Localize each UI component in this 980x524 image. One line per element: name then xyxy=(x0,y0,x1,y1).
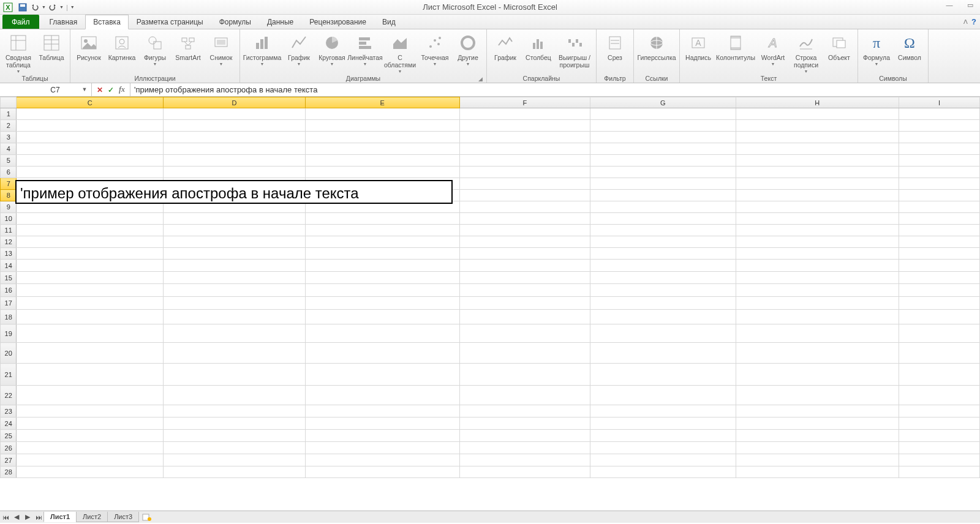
cell-E26[interactable] xyxy=(305,442,459,454)
hyperlink-button[interactable]: Гиперссылка xyxy=(638,32,676,61)
symbol-button[interactable]: ΩСимвол xyxy=(895,32,924,61)
equation-button[interactable]: πФормула▼ xyxy=(862,32,891,66)
cell-F22[interactable] xyxy=(459,386,590,405)
sheet-nav-next-icon[interactable]: ▶ xyxy=(23,512,32,522)
slicer-button[interactable]: Срез xyxy=(600,32,630,61)
sheet-nav-first-icon[interactable]: ⏮ xyxy=(1,512,10,522)
cell-H12[interactable] xyxy=(736,236,899,248)
cell-C18[interactable] xyxy=(17,310,164,324)
cell-I22[interactable] xyxy=(899,386,979,405)
cell-D14[interactable] xyxy=(164,260,306,272)
cell-C13[interactable] xyxy=(17,248,164,260)
cell-G17[interactable] xyxy=(590,297,736,310)
row-header-22[interactable]: 22 xyxy=(1,386,17,405)
cell-H23[interactable] xyxy=(736,405,899,417)
row-header-2[interactable]: 2 xyxy=(1,120,17,132)
cell-D6[interactable] xyxy=(164,167,306,178)
cell-C5[interactable] xyxy=(17,155,164,167)
cell-D2[interactable] xyxy=(164,120,306,132)
screenshot-button[interactable]: Снимок▼ xyxy=(206,32,236,66)
insert-function-icon[interactable]: fx xyxy=(118,85,126,94)
cell-H7[interactable] xyxy=(736,178,899,190)
cell-I8[interactable] xyxy=(899,190,979,201)
signature-line-button[interactable]: Строка подписи▼ xyxy=(791,32,821,73)
cell-H3[interactable] xyxy=(736,132,899,143)
other-charts-button[interactable]: Другие▼ xyxy=(453,32,483,66)
cell-C28[interactable] xyxy=(17,466,164,478)
cell-E3[interactable] xyxy=(305,132,459,143)
cell-F6[interactable] xyxy=(459,167,590,178)
cell-D20[interactable] xyxy=(164,343,306,364)
cell-F19[interactable] xyxy=(459,324,590,343)
tab-view[interactable]: Вид xyxy=(374,15,404,29)
cancel-edit-icon[interactable]: ✕ xyxy=(96,86,104,94)
insert-sheet-icon[interactable] xyxy=(141,513,153,522)
cell-E4[interactable] xyxy=(305,143,459,155)
column-header-E[interactable]: E xyxy=(305,97,459,108)
cell-E1[interactable] xyxy=(305,108,459,120)
cell-H22[interactable] xyxy=(736,386,899,405)
cell-H5[interactable] xyxy=(736,155,899,167)
cell-C1[interactable] xyxy=(17,108,164,120)
undo-dropdown-icon[interactable]: ▼ xyxy=(42,5,46,9)
headerfooter-button[interactable]: Колонтитулы xyxy=(717,32,755,61)
cell-C4[interactable] xyxy=(17,143,164,155)
cell-C6[interactable] xyxy=(17,167,164,178)
cell-H26[interactable] xyxy=(736,442,899,454)
cell-G10[interactable] xyxy=(590,213,736,225)
cell-F23[interactable] xyxy=(459,405,590,417)
cell-F17[interactable] xyxy=(459,297,590,310)
cell-E17[interactable] xyxy=(305,297,459,310)
cell-H1[interactable] xyxy=(736,108,899,120)
tab-data[interactable]: Данные xyxy=(259,15,301,29)
cell-D26[interactable] xyxy=(164,442,306,454)
cell-H24[interactable] xyxy=(736,417,899,430)
scatter-chart-button[interactable]: Точечная▼ xyxy=(420,32,450,66)
cell-F25[interactable] xyxy=(459,430,590,442)
tab-file[interactable]: Файл xyxy=(2,15,39,29)
cell-I24[interactable] xyxy=(899,417,979,430)
cell-H21[interactable] xyxy=(736,364,899,386)
cell-E5[interactable] xyxy=(305,155,459,167)
cell-C17[interactable] xyxy=(17,297,164,310)
cell-C20[interactable] xyxy=(17,343,164,364)
redo-dropdown-icon[interactable]: ▼ xyxy=(59,5,64,9)
cell-I16[interactable] xyxy=(899,284,979,297)
cell-H28[interactable] xyxy=(736,466,899,478)
cell-H16[interactable] xyxy=(736,284,899,297)
cell-F13[interactable] xyxy=(459,248,590,260)
row-header-15[interactable]: 15 xyxy=(1,272,17,284)
cell-F21[interactable] xyxy=(459,364,590,386)
cell-D25[interactable] xyxy=(164,430,306,442)
cell-G12[interactable] xyxy=(590,236,736,248)
cell-H19[interactable] xyxy=(736,324,899,343)
save-icon[interactable] xyxy=(17,2,28,13)
cell-H14[interactable] xyxy=(736,260,899,272)
cell-I9[interactable] xyxy=(899,201,979,213)
cell-C14[interactable] xyxy=(17,260,164,272)
spreadsheet-grid[interactable]: CDEFGHI123456789101112131415161718192021… xyxy=(0,97,980,511)
textbox-button[interactable]: AНадпись xyxy=(684,32,713,61)
cell-H10[interactable] xyxy=(736,213,899,225)
cell-D27[interactable] xyxy=(164,454,306,466)
cell-E28[interactable] xyxy=(305,466,459,478)
cell-E22[interactable] xyxy=(305,386,459,405)
cell-H9[interactable] xyxy=(736,201,899,213)
cell-F3[interactable] xyxy=(459,132,590,143)
cell-G5[interactable] xyxy=(590,155,736,167)
namebox-dropdown-icon[interactable]: ▼ xyxy=(80,85,89,94)
cell-I7[interactable] xyxy=(899,178,979,190)
column-header-D[interactable]: D xyxy=(164,97,306,108)
name-box[interactable] xyxy=(28,86,83,94)
cell-I28[interactable] xyxy=(899,466,979,478)
cell-G2[interactable] xyxy=(590,120,736,132)
row-header-7[interactable]: 7 xyxy=(1,178,17,190)
pivot-table-button[interactable]: Сводная таблица▼ xyxy=(4,32,33,73)
sparkline-line-button[interactable]: График xyxy=(491,32,520,61)
cell-E12[interactable] xyxy=(305,236,459,248)
cell-C25[interactable] xyxy=(17,430,164,442)
area-chart-button[interactable]: С областями▼ xyxy=(383,32,417,73)
cell-D24[interactable] xyxy=(164,417,306,430)
row-header-28[interactable]: 28 xyxy=(1,466,17,478)
cell-F18[interactable] xyxy=(459,310,590,324)
